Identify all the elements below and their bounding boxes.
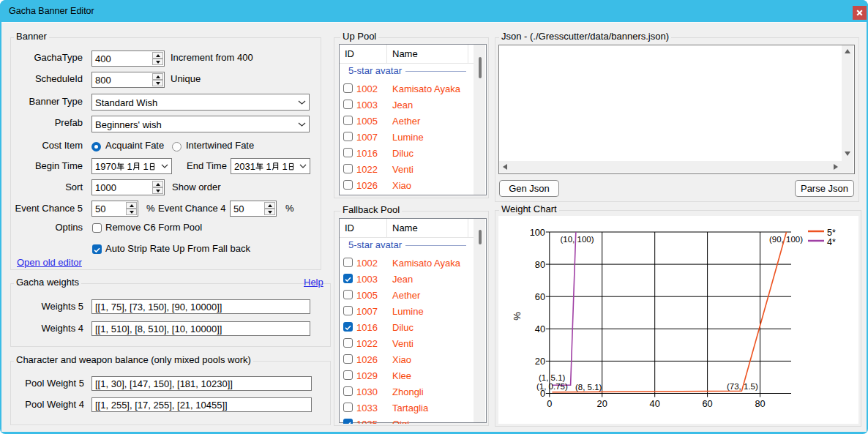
svg-text:(1, 5.1): (1, 5.1)	[539, 373, 566, 382]
svg-text:(10, 100): (10, 100)	[561, 235, 594, 244]
svg-text:%: %	[512, 312, 523, 320]
svg-text:20: 20	[535, 356, 545, 367]
svg-text:60: 60	[535, 291, 545, 302]
svg-text:40: 40	[650, 398, 660, 409]
svg-text:(1, 0.75): (1, 0.75)	[536, 382, 568, 391]
svg-text:5*: 5*	[827, 228, 836, 238]
svg-text:60: 60	[702, 398, 712, 409]
svg-text:80: 80	[535, 259, 545, 270]
svg-text:80: 80	[755, 398, 765, 409]
svg-text:20: 20	[597, 398, 607, 409]
svg-text:40: 40	[535, 323, 545, 334]
svg-text:100: 100	[530, 227, 545, 238]
svg-text:(73, 1.5): (73, 1.5)	[727, 382, 758, 391]
svg-text:(8, 5.1): (8, 5.1)	[575, 383, 602, 392]
svg-text:0: 0	[547, 398, 552, 409]
svg-text:(90, 100): (90, 100)	[769, 235, 803, 244]
svg-text:4*: 4*	[827, 237, 836, 247]
